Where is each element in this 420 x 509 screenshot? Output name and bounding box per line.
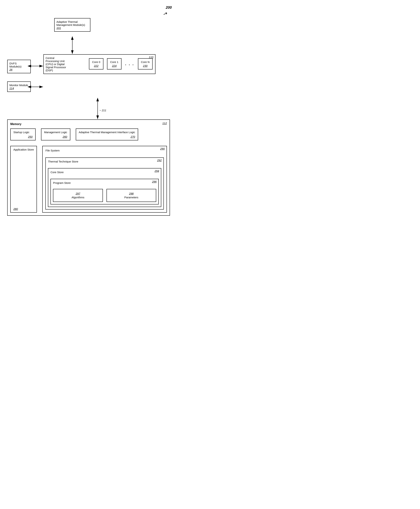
startup-logic-box: Startup Logic 250 [10, 129, 36, 140]
file-system-ref: 290 [160, 147, 165, 150]
app-store-box: Application Store 280 [10, 146, 37, 213]
algorithms-box: 297 Algorithms [53, 189, 103, 202]
core-1-label: Core 1 [110, 61, 118, 63]
algo-params-row: 297 Algorithms 298 Parameters [53, 189, 156, 202]
file-system-label: File System [45, 149, 60, 152]
memory-top-row: Startup Logic 250 Management Logic 260 A… [10, 129, 167, 140]
core-0-ref: 222 [92, 64, 100, 67]
parameters-label: Parameters [124, 196, 138, 199]
core-1-ref: 224 [110, 64, 118, 67]
core-n-ref: 230 [141, 64, 150, 67]
monitor-module-box: Monitor Module 114 [7, 81, 31, 92]
core-store-box: Core Store 294 Program Store 296 297 Alg… [48, 168, 161, 207]
program-store-ref: 296 [152, 180, 157, 183]
core-1-box: Core 1 224 [107, 58, 121, 69]
atm-interface-logic-ref: 270 [79, 135, 135, 138]
figure-number: 200 [166, 5, 172, 10]
monitor-module-ref: 114 [9, 87, 14, 90]
connection-ref-label: ~ 211 [99, 109, 106, 112]
atm-interface-logic-label: Adaptive Thermal Management Interface Lo… [79, 131, 135, 134]
file-system-box: File System 290 Thermal Technique Store … [42, 146, 167, 213]
parameters-box: 298 Parameters [106, 189, 156, 202]
management-logic-box: Management Logic 260 [41, 129, 70, 140]
dots: . . . [125, 62, 134, 66]
management-logic-ref: 260 [44, 135, 67, 138]
algorithms-ref: 297 [57, 192, 99, 195]
program-store-label: Program Store [53, 181, 71, 184]
cpu-box: 110 Central Processing Unit (CPU) or Dig… [43, 54, 156, 74]
app-store-label: Application Store [13, 148, 34, 151]
cores-row: Core 0 222 Core 1 224 . . . Core N 230 [89, 58, 153, 69]
program-store-box: Program Store 296 297 Algorithms 298 [50, 179, 159, 204]
dvfs-module-label: DVFS Module(s) [9, 62, 22, 68]
startup-logic-label: Startup Logic [13, 131, 29, 134]
thermal-store-box: Thermal Technique Store 292 Core Store 2… [45, 157, 164, 209]
memory-bottom-row: Application Store 280 File System 290 Th… [10, 146, 167, 213]
atm-module-box: Adaptive Thermal Management Module(s) 10… [54, 18, 90, 32]
core-n-label: Core N [141, 61, 150, 63]
app-store-ref: 280 [13, 207, 34, 210]
management-logic-label: Management Logic [44, 131, 67, 134]
core-store-label: Core Store [50, 171, 64, 174]
atm-interface-logic-box: Adaptive Thermal Management Interface Lo… [76, 129, 138, 140]
startup-logic-ref: 250 [13, 135, 33, 138]
monitor-module-label: Monitor Module [9, 84, 28, 87]
memory-ref: 112 [162, 122, 167, 125]
cpu-ref: 110 [149, 55, 153, 59]
memory-label: Memory [10, 123, 167, 126]
dvfs-module-box: DVFS Module(s) 26 [7, 60, 31, 73]
thermal-store-ref: 292 [157, 159, 162, 162]
core-store-ref: 294 [155, 169, 159, 172]
atm-module-label: Adaptive Thermal Management Module(s) [56, 20, 85, 26]
dvfs-module-ref: 26 [9, 68, 13, 71]
figure-arrow: ↙ [162, 10, 168, 17]
atm-module-ref: 101 [56, 26, 61, 30]
thermal-store-label: Thermal Technique Store [48, 160, 78, 163]
core-0-box: Core 0 222 [89, 58, 103, 69]
core-0-label: Core 0 [92, 61, 100, 63]
algorithms-label: Algorithms [72, 196, 84, 199]
core-n-box: Core N 230 [138, 58, 153, 69]
cpu-label: Central Processing Unit (CPU) or Digital… [45, 56, 67, 72]
memory-box: Memory 112 Startup Logic 250 Management … [7, 119, 170, 216]
parameters-ref: 298 [111, 192, 152, 195]
